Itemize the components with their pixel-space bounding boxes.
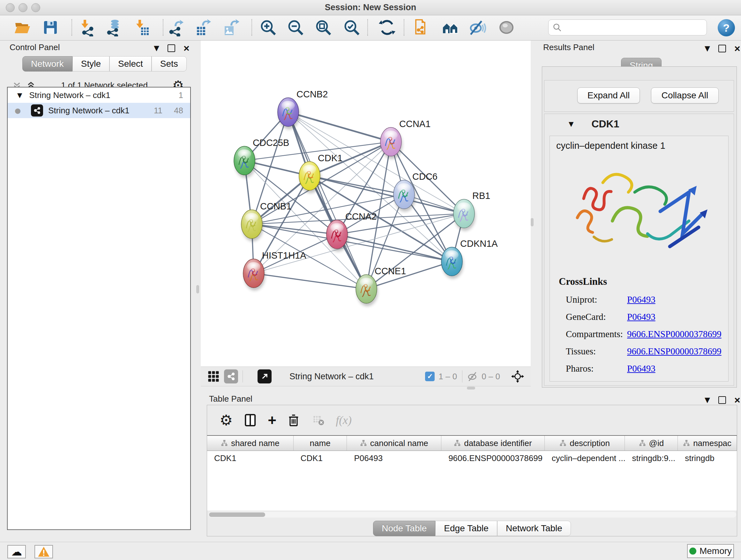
detach-view-icon[interactable]: [258, 369, 272, 383]
network-canvas[interactable]: CCNB2CCNA1CDC25BCDK1CDC6RB1CCNB1CCNA2CDK…: [201, 41, 531, 367]
cdk1-section-header[interactable]: ▼ CDK1: [544, 114, 734, 134]
column-header-namespac[interactable]: namespac: [678, 436, 737, 450]
tab-select[interactable]: Select: [110, 56, 151, 71]
horizontal-splitter-handle[interactable]: [467, 387, 475, 389]
table-cell[interactable]: 9606.ENSP00000378699: [441, 451, 545, 465]
edge-CCNB1-CCNA2[interactable]: [252, 224, 337, 234]
export-image-icon[interactable]: [222, 18, 240, 37]
help-icon[interactable]: ?: [718, 19, 735, 37]
refresh-icon[interactable]: [378, 18, 396, 37]
disclosure-triangle-icon[interactable]: ▼: [569, 120, 574, 128]
node-CCNB1[interactable]: [241, 210, 263, 241]
edge-CCNB2-RB1[interactable]: [288, 112, 464, 213]
zoom-fit-icon[interactable]: [314, 18, 332, 37]
tab-network-table[interactable]: Network Table: [497, 521, 571, 536]
crosslink-link[interactable]: 9606.ENSP00000378699: [627, 346, 722, 357]
node-CCNE1[interactable]: [356, 274, 378, 306]
import-network-database-icon[interactable]: [104, 18, 122, 37]
column-header-shared-name[interactable]: shared name: [207, 436, 293, 450]
close-panel-icon[interactable]: ×: [184, 45, 190, 51]
warning-button[interactable]: [35, 545, 53, 558]
birds-eye-grid-icon[interactable]: [207, 370, 220, 383]
expand-all-button[interactable]: Expand All: [577, 87, 640, 104]
crosslink-link[interactable]: P06493: [627, 363, 656, 374]
zoom-in-icon[interactable]: [259, 18, 277, 37]
tab-style[interactable]: Style: [72, 56, 110, 71]
network-row-selected[interactable]: ● String Network – cdk1 11 48: [8, 103, 190, 118]
maximize-panel-icon[interactable]: [718, 45, 726, 52]
close-panel-icon[interactable]: ×: [734, 397, 740, 403]
gear-icon[interactable]: ⚙: [219, 414, 232, 427]
edge-CCNB2-CCNE1[interactable]: [288, 112, 366, 289]
zoom-selected-icon[interactable]: [343, 18, 360, 37]
open-folder-icon[interactable]: [13, 18, 31, 37]
scrollbar-thumb[interactable]: [209, 512, 265, 517]
node-HIST1H1A[interactable]: [243, 259, 265, 291]
maximize-panel-icon[interactable]: [718, 396, 726, 404]
table-cell[interactable]: CDK1: [207, 451, 293, 465]
crosslink-link[interactable]: P06493: [627, 294, 656, 305]
close-panel-icon[interactable]: ×: [734, 45, 740, 52]
tab-network[interactable]: Network: [22, 56, 72, 71]
selected-checkbox-icon[interactable]: ✓: [425, 372, 434, 381]
edge-CCNB2-CCNA1[interactable]: [288, 112, 391, 142]
network-graph[interactable]: CCNB2CCNA1CDC25BCDK1CDC6RB1CCNB1CCNA2CDK…: [201, 41, 531, 367]
column-header-database-identifier[interactable]: database identifier: [441, 436, 545, 450]
protein-structure-image: [564, 154, 718, 272]
float-panel-icon[interactable]: ▼: [704, 396, 710, 404]
homes-icon[interactable]: [442, 18, 460, 37]
edge-HIST1H1A-CCNE1[interactable]: [254, 273, 366, 289]
maximize-panel-icon[interactable]: [167, 44, 175, 52]
edge-CCNA2-CDKN1A[interactable]: [337, 234, 452, 261]
node-CCNB2[interactable]: [278, 98, 300, 129]
node-CCNA2[interactable]: [327, 220, 348, 252]
tab-edge-table[interactable]: Edge Table: [435, 521, 497, 536]
tab-sets[interactable]: Sets: [151, 56, 187, 71]
table-cell[interactable]: P06493: [347, 451, 441, 465]
search-field[interactable]: [548, 19, 707, 36]
collapse-all-button[interactable]: Collapse All: [651, 87, 719, 104]
toolbar-separator: [163, 19, 163, 36]
zoom-out-icon[interactable]: [286, 18, 305, 37]
column-header-canonical-name[interactable]: canonical name: [347, 436, 441, 450]
trash-icon[interactable]: [286, 413, 300, 427]
node-RB1[interactable]: [454, 199, 475, 231]
show-eye-icon[interactable]: [497, 18, 515, 37]
node-CDC6[interactable]: [394, 180, 415, 212]
string-network-badge-icon[interactable]: [224, 369, 238, 383]
export-table-icon[interactable]: [194, 18, 212, 37]
search-input[interactable]: [562, 22, 703, 33]
network-collection-row[interactable]: ▼ String Network – cdk1 1: [8, 87, 190, 103]
table-horizontal-scrollbar[interactable]: [208, 512, 736, 517]
column-header-description[interactable]: description: [545, 436, 625, 450]
disclosure-triangle-icon[interactable]: ▼: [17, 91, 22, 99]
session-document-icon[interactable]: [413, 18, 431, 37]
right-splitter-handle[interactable]: [531, 218, 534, 226]
float-panel-icon[interactable]: ▼: [704, 44, 710, 52]
crosslink-label: Uniprot:: [566, 294, 597, 305]
add-column-icon[interactable]: +: [268, 414, 276, 427]
table-cell[interactable]: CDK1: [293, 451, 347, 465]
tab-node-table[interactable]: Node Table: [373, 521, 435, 536]
check-glyph: ✓: [427, 372, 433, 381]
node-CDKN1A[interactable]: [441, 247, 463, 279]
import-table-icon[interactable]: [133, 18, 151, 37]
import-network-icon[interactable]: [78, 18, 96, 37]
export-network-icon[interactable]: [167, 18, 185, 37]
table-cell[interactable]: stringdb: [678, 451, 737, 465]
memory-button[interactable]: Memory: [687, 544, 734, 558]
table-cell[interactable]: stringdb:9...: [625, 451, 678, 465]
hide-eye-icon[interactable]: [469, 18, 487, 37]
table-cell[interactable]: cyclin–dependent ...: [545, 451, 625, 465]
crosslink-link[interactable]: P06493: [627, 312, 656, 322]
column-header--id[interactable]: @id: [625, 436, 678, 450]
move-crosshair-icon[interactable]: [511, 370, 524, 383]
save-icon[interactable]: [42, 18, 59, 37]
float-panel-icon[interactable]: ▼: [154, 44, 159, 52]
column-header-name[interactable]: name: [293, 436, 347, 450]
left-splitter-handle[interactable]: [196, 285, 199, 294]
crosslink-link[interactable]: 9606.ENSP00000378699: [627, 329, 722, 339]
table-row[interactable]: CDK1CDK1P064939606.ENSP00000378699cyclin…: [207, 451, 737, 465]
cloud-button[interactable]: ☁: [7, 545, 26, 558]
columns-icon[interactable]: [244, 413, 258, 427]
